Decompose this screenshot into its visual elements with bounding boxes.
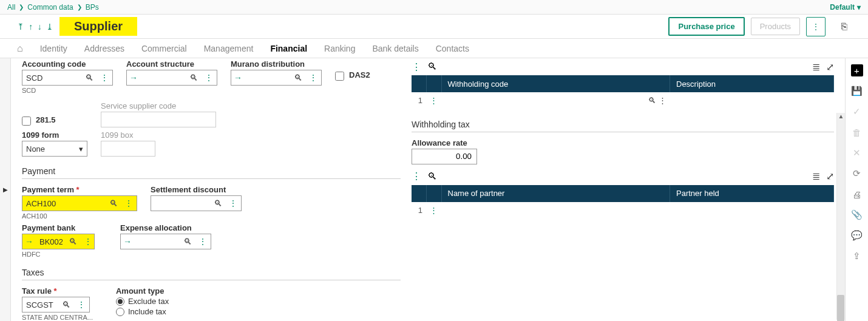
save-icon[interactable]: 💾: [851, 85, 863, 97]
murano-input[interactable]: → 🔍︎ ⋮: [231, 70, 322, 86]
next-record-icon[interactable]: ↓: [38, 22, 42, 32]
print-icon[interactable]: 🖨: [851, 188, 863, 200]
search-icon[interactable]: 🔍︎: [83, 73, 96, 83]
delete-icon[interactable]: 🗑: [851, 126, 863, 138]
search-icon[interactable]: 🔍︎: [66, 237, 80, 246]
table-header-partner-held[interactable]: Partner held: [670, 185, 834, 202]
payment-term-input[interactable]: 🔍︎ ⋮: [22, 195, 137, 211]
murano-field[interactable]: [245, 73, 291, 83]
products-button[interactable]: Products: [751, 18, 800, 35]
accounting-code-input[interactable]: 🔍︎ ⋮: [22, 70, 113, 86]
tab-ranking[interactable]: Ranking: [324, 44, 355, 53]
close-icon[interactable]: ✕: [851, 147, 863, 159]
last-record-icon[interactable]: ⤓: [46, 22, 53, 32]
search-icon[interactable]: 🔍︎: [648, 96, 656, 105]
row-menu[interactable]: ⋮: [426, 202, 441, 219]
link-arrow-icon[interactable]: →: [121, 237, 134, 246]
vertical-dots-icon[interactable]: ⋮: [96, 73, 112, 83]
search-icon[interactable]: 🔍︎: [107, 198, 120, 208]
link-arrow-icon[interactable]: →: [231, 73, 245, 83]
vertical-dots-icon[interactable]: ⋮: [120, 198, 137, 208]
breadcrumb-all[interactable]: All: [7, 3, 15, 12]
search-icon[interactable]: 🔍︎: [187, 73, 200, 83]
left-panel-toggle[interactable]: ▶: [0, 58, 11, 321]
partner-name-cell[interactable]: [441, 202, 670, 219]
settlement-discount-field[interactable]: [151, 199, 211, 208]
vertical-dots-icon[interactable]: ⋮: [194, 237, 211, 246]
tab-identity[interactable]: Identity: [40, 44, 67, 53]
row-menu[interactable]: ⋮: [426, 92, 441, 109]
default-dropdown[interactable]: Default ▾: [830, 3, 861, 12]
box1099-input[interactable]: [101, 141, 155, 157]
layers-icon[interactable]: ≣: [812, 171, 820, 182]
description-cell[interactable]: [670, 92, 834, 109]
partner-held-cell[interactable]: [670, 202, 834, 219]
refresh-icon[interactable]: ⟳: [851, 167, 863, 180]
link-arrow-icon[interactable]: →: [127, 73, 140, 83]
settlement-discount-input[interactable]: 🔍︎ ⋮: [151, 195, 242, 211]
more-actions-button[interactable]: ⋮: [806, 17, 826, 36]
search-icon[interactable]: 🔍︎: [291, 73, 305, 83]
first-record-icon[interactable]: ⤒: [17, 22, 24, 32]
vertical-dots-icon[interactable]: ⋮: [412, 171, 421, 182]
tab-management[interactable]: Management: [204, 44, 254, 53]
vertical-dots-icon[interactable]: ⋮: [225, 198, 241, 208]
vertical-dots-icon[interactable]: ⋮: [412, 61, 421, 73]
add-icon[interactable]: +: [851, 64, 863, 76]
search-icon[interactable]: 🔍︎: [427, 171, 437, 182]
scroll-up-icon[interactable]: ▲: [837, 113, 845, 121]
allowance-rate-input[interactable]: [412, 149, 477, 164]
prev-record-icon[interactable]: ↑: [29, 22, 33, 32]
purchase-price-button[interactable]: Purchase price: [668, 17, 744, 36]
vertical-dots-icon[interactable]: ⋮: [200, 73, 217, 83]
home-icon[interactable]: ⌂: [17, 43, 23, 54]
comment-icon[interactable]: 💬: [851, 229, 863, 242]
table-row[interactable]: 1 ⋮: [412, 202, 834, 219]
c2815-checkbox[interactable]: [22, 117, 31, 126]
attach-icon[interactable]: 📎: [851, 209, 863, 221]
wh-code-cell[interactable]: 🔍︎ ⋮: [441, 92, 670, 109]
breadcrumb-bps[interactable]: BPs: [86, 3, 99, 12]
table-row[interactable]: 1 ⋮ 🔍︎ ⋮: [412, 92, 834, 109]
accounting-code-field[interactable]: [22, 73, 83, 83]
table-header-description[interactable]: Description: [670, 75, 834, 92]
tab-contacts[interactable]: Contacts: [436, 44, 469, 53]
payment-bank-field[interactable]: [36, 237, 66, 246]
search-icon[interactable]: 🔍︎: [181, 237, 194, 246]
layers-icon[interactable]: ≣: [812, 61, 820, 73]
vertical-scrollbar[interactable]: ▲ ▼: [836, 113, 845, 320]
table-header-partner-name[interactable]: Name of partner: [441, 185, 670, 202]
table-header-wh-code[interactable]: Withholding code: [441, 75, 670, 92]
tab-bank[interactable]: Bank details: [372, 44, 418, 53]
tax-rule-field[interactable]: [22, 300, 59, 309]
account-structure-field[interactable]: [140, 73, 187, 83]
expense-allocation-field[interactable]: [134, 237, 181, 246]
share-icon[interactable]: ⇪: [851, 250, 863, 262]
exclude-tax-radio[interactable]: Exclude tax: [116, 297, 169, 306]
search-icon[interactable]: 🔍︎: [427, 61, 437, 72]
search-icon[interactable]: 🔍︎: [59, 300, 73, 309]
expand-icon[interactable]: ⤢: [826, 171, 834, 182]
tab-financial[interactable]: Financial: [270, 44, 307, 53]
vertical-dots-icon[interactable]: ⋮: [73, 300, 89, 309]
search-icon[interactable]: 🔍︎: [211, 198, 225, 208]
exit-button[interactable]: ⎘: [835, 21, 853, 32]
payment-term-field[interactable]: [22, 199, 107, 208]
breadcrumb-common[interactable]: Common data: [27, 3, 73, 12]
expand-icon[interactable]: ⤢: [826, 61, 834, 73]
das2-checkbox[interactable]: [335, 72, 344, 81]
tab-commercial[interactable]: Commercial: [141, 44, 187, 53]
scrollbar-thumb[interactable]: [837, 295, 844, 321]
account-structure-input[interactable]: → 🔍︎ ⋮: [126, 70, 217, 86]
form1099-select[interactable]: None ▾: [22, 141, 87, 157]
expense-allocation-input[interactable]: → 🔍︎ ⋮: [120, 234, 211, 249]
service-supplier-input[interactable]: [101, 112, 216, 127]
check-icon[interactable]: ✓: [851, 106, 863, 118]
vertical-dots-icon[interactable]: ⋮: [80, 237, 96, 246]
tab-addresses[interactable]: Addresses: [84, 44, 124, 53]
include-tax-radio[interactable]: Include tax: [116, 307, 169, 316]
payment-bank-input[interactable]: → 🔍︎ ⋮: [22, 234, 95, 249]
vertical-dots-icon[interactable]: ⋮: [659, 96, 666, 105]
vertical-dots-icon[interactable]: ⋮: [305, 73, 321, 83]
tax-rule-input[interactable]: 🔍︎ ⋮: [22, 297, 90, 313]
